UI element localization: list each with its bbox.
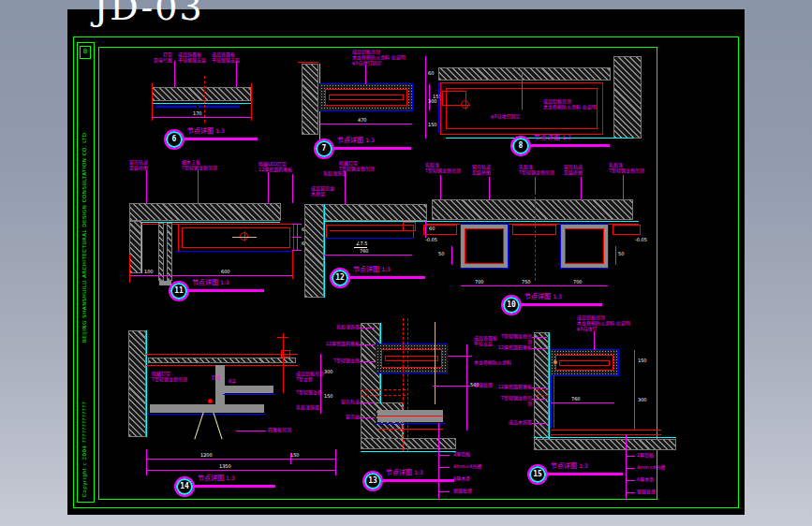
detail-bubble[interactable]: 15 xyxy=(527,464,548,485)
dimension-text: 170 xyxy=(193,110,202,116)
leader-line xyxy=(292,174,293,203)
dimension-line xyxy=(634,350,635,375)
title-text: 节点详图 xyxy=(524,293,551,300)
leader-line xyxy=(438,467,450,468)
detail-6[interactable]: 灯带 见电气图 成品饰面板 干挂留缝安装 成品饰面板 干挂留缝安装 170 6 … xyxy=(139,51,270,154)
drawing-line xyxy=(361,451,456,452)
wall-hatch xyxy=(302,64,318,135)
annotation-label: 成品铝板吊顶 木龙骨刷防火涂料:总说明 φ3自攻钉 xyxy=(577,314,630,331)
annotation-label: 6厚木条 xyxy=(637,476,654,482)
drawing-line xyxy=(146,330,147,437)
title-text: 节点详图 xyxy=(386,469,412,476)
scale-text: 1:3 xyxy=(381,266,391,272)
extension-line xyxy=(251,83,252,121)
fixing-symbol xyxy=(461,100,469,109)
drawing-line xyxy=(377,429,443,430)
annotation-label: 乳胶漆饰面 xyxy=(296,404,319,410)
drawing-line xyxy=(435,322,436,404)
annotation-label: 8字 xyxy=(229,378,236,384)
profile-box xyxy=(423,225,457,235)
annotation-label: 留缝处理 xyxy=(474,382,493,387)
annotation-label: T型轻钢龙骨 xyxy=(318,358,360,363)
lamp-symbol xyxy=(208,399,213,403)
detail-number: 10 xyxy=(507,300,516,309)
wall-hatch xyxy=(304,204,324,298)
hidden-line xyxy=(536,395,549,396)
annotation-label: 成品铝板吊顶 木龙骨刷防火涂料:总说明 φ3自攻钉固定 xyxy=(352,49,406,66)
drawing-line xyxy=(438,82,439,133)
dimension-text: 700 xyxy=(573,279,583,285)
leader-line xyxy=(532,399,547,400)
leader-line xyxy=(522,72,523,110)
sheet-code: JD-03 xyxy=(94,0,204,28)
detail-bubble[interactable]: 10 xyxy=(501,295,522,315)
dimension-text: 760 xyxy=(360,248,369,254)
leader-line xyxy=(626,434,627,500)
detail-bubble[interactable]: 13 xyxy=(362,471,383,491)
detail-number: 12 xyxy=(335,273,345,282)
detail-title: 节点详图 1:3 xyxy=(198,475,235,482)
scale-text: 1:3 xyxy=(579,462,588,469)
hatch-fill xyxy=(324,204,427,221)
detail-8[interactable]: 60 300 150 成品铝板吊顶 木龙骨刷防火涂料:总说明 φ3自攻钉固定 8… xyxy=(423,51,657,173)
gwb-profile xyxy=(225,386,273,393)
detail-bubble[interactable]: 12 xyxy=(330,268,350,288)
detail-bubble[interactable]: 14 xyxy=(174,476,195,497)
annotation-label: 留缝处理 xyxy=(453,488,472,493)
leader-line xyxy=(236,431,266,431)
annotation-label: 暗藏灯带 T型轻钢龙骨吊顶 xyxy=(339,160,375,171)
profile-box xyxy=(403,222,416,231)
dimension-text: 300 xyxy=(638,397,647,402)
dimension-line xyxy=(146,459,335,460)
detail-bubble[interactable]: 11 xyxy=(169,281,189,301)
leader-line xyxy=(623,175,624,199)
detail-title: 节点详图 1:3 xyxy=(337,137,375,144)
detail-bubble[interactable]: 7 xyxy=(314,139,334,159)
title-underline xyxy=(548,473,623,475)
annotation-label: 乳胶漆 T型轻钢龙骨吊顶 xyxy=(425,162,461,173)
dimension-line xyxy=(425,56,426,139)
title-text: 节点详图 xyxy=(337,137,363,144)
detail-bubble[interactable]: 6 xyxy=(164,129,185,150)
annotation-label: 窗帘盒 xyxy=(318,414,360,419)
scale-text: 1:3 xyxy=(215,127,225,134)
gwb-profile xyxy=(150,404,264,413)
title-underline xyxy=(334,147,411,150)
dimension-text: 150 xyxy=(638,358,647,363)
annotation-label: 4mm×4凹槽 xyxy=(453,463,481,469)
leader-line xyxy=(438,455,450,456)
annotation-label: 乳胶漆 T型轻钢龙骨吊顶 xyxy=(519,164,554,175)
detail-number: 15 xyxy=(533,470,542,478)
soffit-hatch xyxy=(320,84,412,110)
dimension-tick xyxy=(292,237,302,238)
detail-bubble[interactable]: 8 xyxy=(510,136,531,156)
drawing-line xyxy=(551,434,661,435)
dimension-line xyxy=(615,246,616,265)
dimension-text: 1350 xyxy=(219,463,231,469)
leader-line xyxy=(532,423,547,424)
detail-title: 节点详图 1:3 xyxy=(386,469,423,476)
annotation-label: 暗藏LED灯带 12厚纸面石膏板 xyxy=(258,161,292,172)
drawing-line xyxy=(554,375,554,428)
drawing-line xyxy=(277,337,288,338)
extension-line xyxy=(283,333,284,393)
drawing-line xyxy=(324,204,325,298)
leader-line xyxy=(532,337,547,338)
annotation-label: 乳胶漆饰面 xyxy=(318,324,360,329)
leader-line xyxy=(433,386,470,387)
detail-10[interactable]: 乳胶漆 T型轻钢龙骨吊顶 窗帘轨道 见装修图 乳胶漆 T型轻钢龙骨吊顶 窗帘轨道… xyxy=(423,162,657,330)
annotation-label: 窗帘轨道 xyxy=(318,399,360,404)
cad-canvas[interactable]: JD-03 8 BEIJING SHANSHUILU ARCHITECTURAL… xyxy=(67,9,745,515)
leader-line xyxy=(535,177,536,192)
dimension-line xyxy=(451,246,452,265)
leader-line xyxy=(345,171,346,204)
title-text: 节点详图 xyxy=(534,134,560,141)
dimension-text: 150 xyxy=(428,122,437,127)
dimension-text: 300 xyxy=(428,98,437,104)
light-cove xyxy=(561,225,608,268)
level-note: -0.05 xyxy=(635,237,647,242)
detail-number: 14 xyxy=(180,482,189,490)
detail-15[interactable]: 成品铝板吊顶 木龙骨刷防火涂料:总说明 φ3自攻钉 T型轻钢龙骨吊顶 12厚纸面… xyxy=(496,318,735,510)
drawing-line xyxy=(298,62,318,63)
extension-line xyxy=(292,251,293,279)
